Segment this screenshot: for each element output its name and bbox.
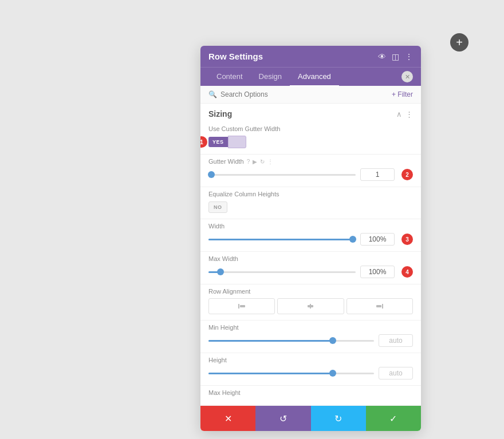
min-height-label: Min Height bbox=[208, 324, 413, 331]
eye-icon[interactable]: 👁 bbox=[378, 52, 386, 61]
panel-header: Row Settings 👁 ◫ ⋮ bbox=[200, 46, 421, 67]
height-track[interactable] bbox=[208, 373, 374, 374]
gutter-width-slider-row: 1 2 bbox=[208, 168, 413, 181]
close-button[interactable]: ✕ bbox=[401, 71, 413, 82]
min-height-track[interactable] bbox=[208, 340, 374, 342]
row-alignment-label: Row Alignment bbox=[208, 288, 413, 295]
width-slider-row: 3 bbox=[208, 233, 413, 246]
help-icon[interactable]: ? bbox=[247, 159, 250, 165]
no-label: NO bbox=[208, 201, 227, 213]
search-bar: 🔍 + Filter bbox=[200, 86, 421, 104]
sizing-section-header: Sizing ∧ ⋮ bbox=[200, 104, 421, 122]
height-slider-row bbox=[208, 367, 413, 379]
max-width-input[interactable] bbox=[360, 266, 395, 278]
width-fill bbox=[208, 239, 353, 240]
badge-3: 3 bbox=[401, 234, 413, 245]
more-gutter-icon[interactable]: ⋮ bbox=[267, 159, 273, 165]
max-height-setting: Max Height bbox=[200, 386, 421, 406]
search-icon: 🔍 bbox=[208, 90, 217, 98]
panel-title: Row Settings bbox=[208, 52, 263, 61]
min-height-thumb[interactable] bbox=[329, 337, 336, 344]
section-title: Sizing bbox=[208, 109, 232, 118]
align-right-button[interactable] bbox=[346, 298, 413, 314]
plus-icon: + bbox=[456, 36, 463, 49]
yes-label: YES bbox=[208, 137, 228, 147]
tab-advanced[interactable]: Advanced bbox=[290, 68, 339, 86]
tab-content[interactable]: Content bbox=[208, 68, 251, 86]
use-custom-gutter-setting: Use Custom Gutter Width 1 YES bbox=[200, 122, 421, 155]
filter-button[interactable]: + Filter bbox=[392, 90, 413, 98]
svg-rect-1 bbox=[240, 305, 245, 307]
min-height-setting: Min Height bbox=[200, 321, 421, 353]
tab-bar: Content Design Advanced ✕ bbox=[200, 67, 421, 86]
panel-footer: ✕ ↺ ↻ ✓ bbox=[200, 406, 421, 431]
svg-rect-5 bbox=[376, 305, 381, 307]
height-thumb[interactable] bbox=[329, 370, 336, 377]
reset-icon[interactable]: ↻ bbox=[260, 159, 265, 165]
save-icon: ✓ bbox=[389, 413, 397, 424]
equalize-toggle[interactable]: NO bbox=[208, 201, 413, 213]
height-setting: Height bbox=[200, 353, 421, 386]
width-label: Width bbox=[208, 223, 413, 230]
settings-content: Sizing ∧ ⋮ Use Custom Gutter Width 1 YES bbox=[200, 104, 421, 406]
width-input[interactable] bbox=[360, 233, 395, 246]
max-height-label: Max Height bbox=[208, 389, 413, 396]
gutter-width-track[interactable] bbox=[208, 174, 356, 176]
redo-icon: ↻ bbox=[334, 413, 342, 424]
badge-1: 1 bbox=[200, 136, 207, 148]
use-custom-gutter-label: Use Custom Gutter Width bbox=[208, 125, 413, 132]
add-button[interactable]: + bbox=[450, 33, 468, 52]
max-width-thumb[interactable] bbox=[217, 268, 224, 275]
min-height-slider-row bbox=[208, 334, 413, 347]
gutter-width-thumb[interactable] bbox=[208, 171, 215, 178]
equalize-columns-setting: Equalize Column Heights NO bbox=[200, 187, 421, 219]
save-button[interactable]: ✓ bbox=[366, 406, 421, 431]
width-setting: Width 3 bbox=[200, 219, 421, 252]
gutter-width-input[interactable]: 1 bbox=[360, 168, 395, 181]
width-thumb[interactable] bbox=[349, 236, 356, 243]
badge-4: 4 bbox=[401, 266, 413, 278]
min-height-input[interactable] bbox=[379, 334, 413, 347]
equalize-columns-label: Equalize Column Heights bbox=[208, 191, 413, 197]
cancel-icon: ✕ bbox=[225, 413, 232, 424]
row-settings-panel: Row Settings 👁 ◫ ⋮ Content Design Advanc… bbox=[200, 46, 421, 431]
max-width-track[interactable] bbox=[208, 271, 356, 273]
toggle-thumb[interactable] bbox=[228, 136, 246, 148]
layout-icon[interactable]: ◫ bbox=[392, 52, 399, 61]
section-icons: ∧ ⋮ bbox=[396, 110, 413, 118]
height-fill bbox=[208, 373, 333, 374]
svg-rect-3 bbox=[308, 305, 313, 307]
alignment-buttons bbox=[208, 298, 413, 314]
section-more-icon[interactable]: ⋮ bbox=[405, 110, 413, 118]
badge-2: 2 bbox=[401, 169, 413, 180]
height-input[interactable] bbox=[379, 367, 413, 379]
row-alignment-setting: Row Alignment bbox=[200, 284, 421, 321]
cancel-button[interactable]: ✕ bbox=[200, 406, 255, 431]
height-label: Height bbox=[208, 357, 413, 363]
min-height-fill bbox=[208, 340, 333, 342]
redo-button[interactable]: ↻ bbox=[311, 406, 366, 431]
align-left-button[interactable] bbox=[208, 298, 275, 314]
custom-gutter-toggle[interactable]: 1 YES bbox=[208, 136, 246, 148]
search-input[interactable] bbox=[220, 90, 392, 98]
undo-icon: ↺ bbox=[279, 413, 287, 424]
more-icon[interactable]: ⋮ bbox=[405, 52, 413, 61]
header-icons: 👁 ◫ ⋮ bbox=[378, 52, 413, 61]
collapse-icon[interactable]: ∧ bbox=[396, 110, 402, 118]
svg-rect-0 bbox=[238, 304, 239, 309]
max-width-slider-row: 4 bbox=[208, 266, 413, 278]
align-center-button[interactable] bbox=[277, 298, 344, 314]
svg-rect-4 bbox=[382, 304, 383, 309]
tab-design[interactable]: Design bbox=[251, 68, 290, 86]
width-track[interactable] bbox=[208, 239, 356, 240]
max-width-setting: Max Width 4 bbox=[200, 252, 421, 284]
gutter-width-setting: Gutter Width ? ▶ ↻ ⋮ 1 2 bbox=[200, 155, 421, 187]
max-width-label: Max Width bbox=[208, 255, 413, 262]
cursor-icon[interactable]: ▶ bbox=[253, 159, 257, 165]
gutter-width-label: Gutter Width ? ▶ ↻ ⋮ bbox=[208, 158, 413, 165]
undo-button[interactable]: ↺ bbox=[255, 406, 310, 431]
